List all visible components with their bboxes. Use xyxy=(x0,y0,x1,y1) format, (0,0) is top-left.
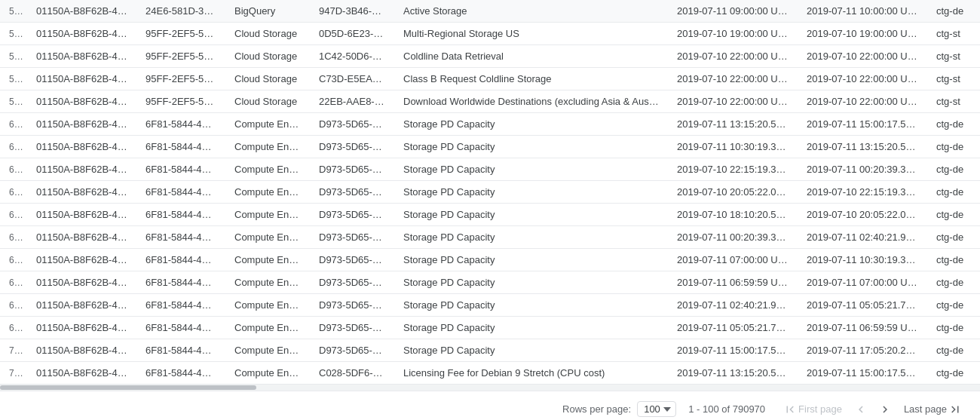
table-cell: 6F81-5844-456A xyxy=(136,271,225,294)
table-cell: 2019-07-10 22:00:00 UTC xyxy=(668,90,798,113)
table-cell: D973-5D65-BAB2 xyxy=(310,339,394,362)
table-cell: Class B Request Coldline Storage xyxy=(394,68,668,90)
table-cell: 24E6-581D-38E5 xyxy=(136,0,225,23)
table-cell: D973-5D65-BAB2 xyxy=(310,294,394,317)
table-cell: Storage PD Capacity xyxy=(394,339,668,362)
scrollbar-thumb[interactable] xyxy=(0,385,256,390)
table-cell: Multi-Regional Storage US xyxy=(394,23,668,45)
table-cell: ctg-de xyxy=(927,204,980,226)
table-cell: Compute Engine xyxy=(225,317,310,339)
table-cell: 2019-07-11 10:00:00 UTC xyxy=(798,0,927,23)
table-cell: 6F81-5844-456A xyxy=(136,204,225,226)
table-cell: 01150A-B8F62B-47D999 xyxy=(27,362,136,385)
table-cell: 01150A-B8F62B-47D999 xyxy=(27,317,136,339)
table-cell: 95FF-2EF5-5EA1 xyxy=(136,23,225,45)
table-cell: C028-5DF6-3619 xyxy=(310,362,394,385)
table-cell: 2019-07-11 15:00:17.596 UTC xyxy=(798,362,927,385)
row-number: 57 xyxy=(0,45,27,68)
table-cell: Compute Engine xyxy=(225,339,310,362)
table-row: 6501150A-B8F62B-47D9996F81-5844-456AComp… xyxy=(0,226,980,249)
row-number: 59 xyxy=(0,90,27,113)
table-cell: 2019-07-11 15:00:17.596 UTC xyxy=(798,113,927,136)
table-cell: 2019-07-11 15:00:17.596 UTC xyxy=(668,339,798,362)
table-cell: D973-5D65-BAB2 xyxy=(310,271,394,294)
first-page-button[interactable]: First page xyxy=(777,400,848,419)
table-cell: D973-5D65-BAB2 xyxy=(310,226,394,249)
table-row: 6001150A-B8F62B-47D9996F81-5844-456AComp… xyxy=(0,113,980,136)
table-cell: 6F81-5844-456A xyxy=(136,362,225,385)
table-cell: 2019-07-11 09:00:00 UTC xyxy=(668,0,798,23)
table-cell: 01150A-B8F62B-47D999 xyxy=(27,0,136,23)
row-number: 55 xyxy=(0,0,27,23)
table-cell: 2019-07-10 19:00:00 UTC xyxy=(798,23,927,45)
table-cell: 01150A-B8F62B-47D999 xyxy=(27,181,136,204)
table-cell: Cloud Storage xyxy=(225,90,310,113)
table-cell: ctg-de xyxy=(927,249,980,271)
table-cell: Storage PD Capacity xyxy=(394,181,668,204)
table-cell: ctg-st xyxy=(927,68,980,90)
table-row: 6101150A-B8F62B-47D9996F81-5844-456AComp… xyxy=(0,136,980,158)
table-cell: 2019-07-10 22:15:19.382 UTC xyxy=(798,181,927,204)
table-cell: D973-5D65-BAB2 xyxy=(310,249,394,271)
table-cell: 95FF-2EF5-5EA1 xyxy=(136,45,225,68)
table-row: 6601150A-B8F62B-47D9996F81-5844-456AComp… xyxy=(0,249,980,271)
row-number: 68 xyxy=(0,294,27,317)
rows-per-page-control: Rows per page: 10 25 50 100 xyxy=(562,401,676,417)
table-cell: ctg-de xyxy=(927,158,980,181)
table-cell: 01150A-B8F62B-47D999 xyxy=(27,249,136,271)
table-cell: Storage PD Capacity xyxy=(394,226,668,249)
table-cell: ctg-st xyxy=(927,90,980,113)
table-row: 7101150A-B8F62B-47D9996F81-5844-456AComp… xyxy=(0,362,980,385)
table-cell: 01150A-B8F62B-47D999 xyxy=(27,23,136,45)
table-cell: Storage PD Capacity xyxy=(394,204,668,226)
last-page-icon xyxy=(948,403,962,416)
table-cell: 2019-07-11 05:05:21.731 UTC xyxy=(668,317,798,339)
scrollbar[interactable] xyxy=(0,385,980,391)
table-cell: ctg-de xyxy=(927,317,980,339)
rows-per-page-label: Rows per page: xyxy=(562,403,631,415)
table-cell: 947D-3B46-7781 xyxy=(310,0,394,23)
table-cell: 2019-07-10 22:00:00 UTC xyxy=(798,68,927,90)
table-cell: Active Storage xyxy=(394,0,668,23)
row-number: 64 xyxy=(0,204,27,226)
table-cell: Compute Engine xyxy=(225,181,310,204)
next-page-button[interactable] xyxy=(874,400,896,419)
table-row: 6801150A-B8F62B-47D9996F81-5844-456AComp… xyxy=(0,294,980,317)
table-cell: 2019-07-11 06:59:59 UTC xyxy=(668,271,798,294)
table-cell: 6F81-5844-456A xyxy=(136,113,225,136)
table-cell: Storage PD Capacity xyxy=(394,158,668,181)
table-cell: Storage PD Capacity xyxy=(394,136,668,158)
table-cell: Cloud Storage xyxy=(225,68,310,90)
data-table: 5501150A-B8F62B-47D99924E6-581D-38E5BigQ… xyxy=(0,0,980,385)
table-row: 6401150A-B8F62B-47D9996F81-5844-456AComp… xyxy=(0,204,980,226)
table-cell: 01150A-B8F62B-47D999 xyxy=(27,68,136,90)
table-cell: ctg-de xyxy=(927,294,980,317)
table-cell: Compute Engine xyxy=(225,226,310,249)
table-cell: 2019-07-11 02:40:21.905 UTC xyxy=(668,294,798,317)
table-row: 5701150A-B8F62B-47D99995FF-2EF5-5EA1Clou… xyxy=(0,45,980,68)
table-cell: 2019-07-11 00:20:39.315 UTC xyxy=(798,158,927,181)
table-cell: 6F81-5844-456A xyxy=(136,294,225,317)
table-cell: 01150A-B8F62B-47D999 xyxy=(27,136,136,158)
table-row: 5901150A-B8F62B-47D99995FF-2EF5-5EA1Clou… xyxy=(0,90,980,113)
table-cell: 2019-07-11 13:15:20.510 UTC xyxy=(668,362,798,385)
table-cell: D973-5D65-BAB2 xyxy=(310,158,394,181)
table-row: 6901150A-B8F62B-47D9996F81-5844-456AComp… xyxy=(0,317,980,339)
table-cell: 2019-07-10 22:00:00 UTC xyxy=(798,90,927,113)
prev-page-button[interactable] xyxy=(850,400,872,419)
footer: Rows per page: 10 25 50 100 1 - 100 of 7… xyxy=(0,391,980,420)
first-page-label: First page xyxy=(798,403,842,415)
table-row: 7001150A-B8F62B-47D9996F81-5844-456AComp… xyxy=(0,339,980,362)
table-cell: 2019-07-11 06:59:59 UTC xyxy=(798,317,927,339)
table-cell: ctg-de xyxy=(927,339,980,362)
row-number: 70 xyxy=(0,339,27,362)
table-cell: 01150A-B8F62B-47D999 xyxy=(27,271,136,294)
rows-per-page-select[interactable]: 10 25 50 100 xyxy=(637,401,676,417)
table-cell: 2019-07-11 07:00:00 UTC xyxy=(798,271,927,294)
last-page-button[interactable]: Last page xyxy=(898,400,968,419)
table-cell: Licensing Fee for Debian 9 Stretch (CPU … xyxy=(394,362,668,385)
table-cell: 2019-07-10 22:00:00 UTC xyxy=(668,45,798,68)
table-cell: Compute Engine xyxy=(225,294,310,317)
pagination-nav: First page Last page xyxy=(777,400,968,419)
table-cell: 2019-07-11 13:15:20.510 UTC xyxy=(798,136,927,158)
